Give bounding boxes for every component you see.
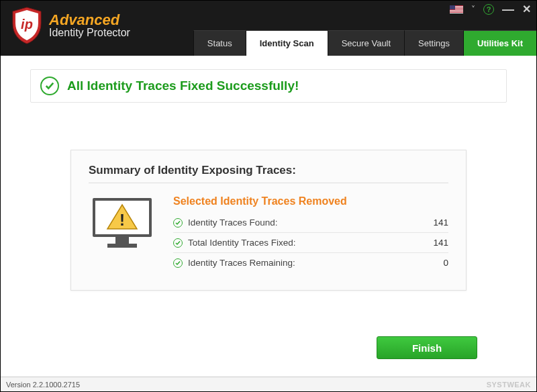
app-title-main: Advanced (49, 12, 130, 28)
summary-stats: Selected Identity Traces Removed Identit… (173, 195, 448, 273)
app-title-sub: Identity Protector (49, 28, 130, 39)
tab-utilities-kit[interactable]: Utilities Kit (463, 30, 536, 56)
close-button[interactable]: ✕ (522, 4, 531, 15)
summary-card: Summary of Identity Exposing Traces: ! S… (70, 150, 467, 291)
svg-rect-3 (115, 237, 129, 244)
check-icon (173, 258, 183, 268)
finish-button[interactable]: Finish (377, 336, 477, 359)
summary-title: Summary of Identity Exposing Traces: (89, 164, 448, 183)
action-row: Finish (30, 336, 507, 377)
minimize-button[interactable]: — (502, 3, 514, 15)
content-area: All Identity Traces Fixed Successfully! … (1, 56, 536, 377)
tab-settings[interactable]: Settings (404, 30, 463, 56)
header: ip Advanced Identity Protector ˅ ? — ✕ S… (1, 1, 536, 56)
language-flag-icon[interactable] (450, 5, 463, 13)
stat-row-fixed: Total Identity Traces Fixed: 141 (173, 233, 448, 253)
watermark: SYSTWEAK (487, 381, 531, 389)
svg-rect-4 (107, 244, 137, 248)
status-bar: Version 2.2.1000.2715 SYSTWEAK (1, 377, 536, 391)
tab-identity-scan[interactable]: Identity Scan (246, 30, 328, 56)
app-window: ip Advanced Identity Protector ˅ ? — ✕ S… (0, 0, 537, 392)
check-icon (173, 218, 183, 228)
shield-icon: ip (10, 6, 44, 45)
chevron-down-icon[interactable]: ˅ (471, 5, 475, 14)
monitor-warning-icon: ! (89, 195, 156, 256)
app-logo: ip Advanced Identity Protector (10, 6, 130, 45)
stat-row-found: Identity Traces Found: 141 (173, 213, 448, 233)
main-tabs: Status Identity Scan Secure Vault Settin… (193, 30, 536, 56)
help-icon[interactable]: ? (483, 4, 494, 15)
tab-status[interactable]: Status (193, 30, 246, 56)
svg-text:!: ! (119, 211, 125, 229)
success-banner: All Identity Traces Fixed Successfully! (30, 69, 507, 103)
summary-headline: Selected Identity Traces Removed (173, 195, 448, 207)
success-message: All Identity Traces Fixed Successfully! (67, 79, 299, 93)
version-label: Version 2.2.1000.2715 (6, 381, 80, 389)
window-controls: ˅ ? — ✕ (450, 3, 531, 15)
success-check-icon (40, 77, 59, 95)
tab-secure-vault[interactable]: Secure Vault (328, 30, 404, 56)
check-icon (173, 238, 183, 248)
svg-text:ip: ip (21, 17, 33, 32)
stat-row-remaining: Identity Traces Remaining: 0 (173, 253, 448, 273)
